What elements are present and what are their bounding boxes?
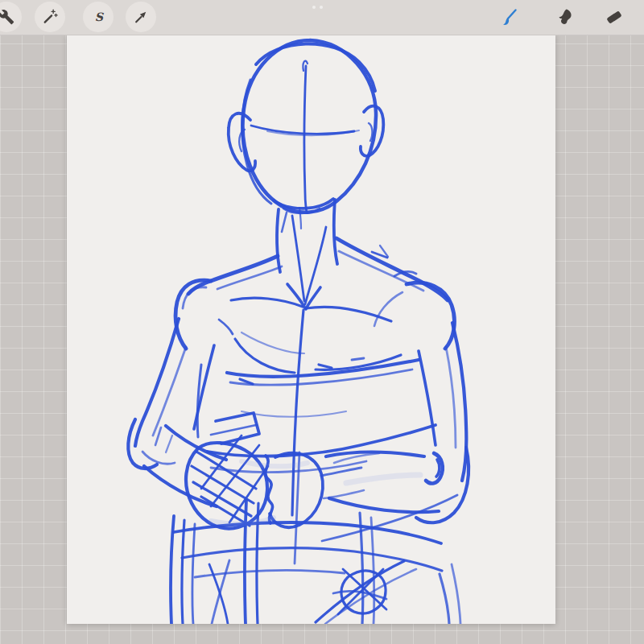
sketch-stroke — [211, 425, 256, 435]
selection-tool-button[interactable]: S — [83, 2, 114, 32]
actions-tool-button[interactable] — [0, 2, 22, 32]
sketch-stroke — [352, 358, 364, 360]
sketch-stroke — [231, 298, 303, 307]
sketch-stroke — [407, 283, 454, 349]
sketch-stroke — [319, 365, 332, 368]
paintbrush-icon — [499, 7, 518, 27]
adjustments-tool-button[interactable] — [35, 2, 65, 32]
sketch-stroke — [195, 571, 345, 577]
sketch-stroke — [243, 40, 376, 213]
sketch-stroke — [192, 524, 195, 624]
figure-sketch-svg — [67, 35, 555, 624]
sketch-stroke — [336, 238, 448, 300]
drawing-canvas[interactable] — [67, 35, 555, 624]
selection-s-icon: S — [90, 9, 106, 25]
sketch-stroke — [446, 347, 456, 448]
app-window: S — [0, 0, 644, 644]
transform-arrow-icon — [133, 9, 149, 25]
sketch-stroke — [245, 500, 246, 624]
transform-tool-button[interactable] — [126, 2, 156, 32]
sketch-stroke — [153, 347, 186, 436]
sketch-stroke — [436, 460, 440, 477]
top-center-dot — [320, 6, 323, 9]
sketch-stroke — [242, 332, 304, 353]
sketch-stroke — [166, 436, 172, 452]
sketch-stroke — [277, 209, 280, 272]
erase-tool-button[interactable] — [599, 2, 630, 32]
sketch-stroke — [242, 461, 308, 466]
sketch-stroke — [182, 520, 184, 624]
sketch-stroke — [174, 522, 441, 543]
smudge-icon — [555, 7, 575, 27]
sketch-stroke — [251, 126, 354, 134]
paint-tool-button[interactable] — [493, 2, 524, 32]
sketch-stroke — [242, 411, 346, 417]
sketch-stroke — [256, 43, 375, 91]
sketch-stroke — [369, 123, 372, 141]
sketch-stroke — [304, 66, 307, 213]
sketch-stroke — [217, 266, 282, 289]
sketch-stroke — [171, 516, 174, 624]
sketch-stroke — [208, 425, 436, 456]
smudge-tool-button[interactable] — [550, 2, 580, 32]
svg-text:S: S — [95, 10, 105, 23]
top-center-dot — [312, 6, 316, 9]
sketch-stroke — [282, 213, 287, 232]
sketch-stroke — [334, 200, 337, 264]
sketch-stroke — [346, 475, 420, 483]
sketch-stroke — [324, 490, 364, 498]
wrench-icon — [0, 9, 14, 25]
sketch-stroke — [325, 569, 416, 624]
eraser-icon — [605, 7, 624, 27]
sketch-stroke — [452, 564, 460, 624]
magic-wand-icon — [42, 9, 58, 25]
top-toolbar: S — [0, 0, 644, 35]
sketch-stroke — [219, 320, 233, 334]
sketch-stroke — [292, 216, 304, 301]
sketch-stroke — [440, 574, 449, 624]
sketch-stroke — [142, 452, 175, 464]
sketch-stroke — [182, 548, 442, 571]
